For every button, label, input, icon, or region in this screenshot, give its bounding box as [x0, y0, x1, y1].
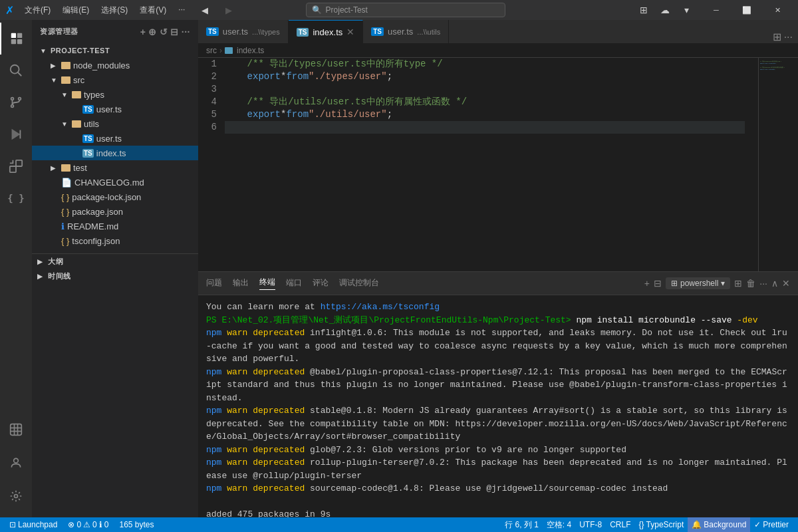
- term-tab-terminal[interactable]: 终端: [259, 277, 275, 290]
- term-line-2: PS E:\Net_02.项目管理\Net_测试项目\ProjectFrontE…: [206, 314, 790, 327]
- split-editor-icon[interactable]: ⊞: [773, 31, 781, 43]
- sidebar-item-node-modules[interactable]: ▶ node_modules: [32, 58, 198, 72]
- sidebar-item-changelog[interactable]: ▶ 📄 CHANGELOG.md: [32, 175, 198, 190]
- outline-section[interactable]: ▶ 大纲: [32, 254, 198, 269]
- more-options-icon[interactable]: ···: [182, 27, 190, 37]
- activity-search[interactable]: [0, 55, 32, 86]
- code-export-1: export: [247, 70, 281, 83]
- language-icon: {}: [639, 520, 644, 529]
- term-tab-problems[interactable]: 问题: [206, 277, 222, 290]
- close-button[interactable]: ✕: [762, 0, 793, 20]
- breadcrumb-src[interactable]: src: [206, 46, 217, 55]
- terminal-shell-selector[interactable]: ⊞ powershell ▾: [666, 277, 730, 289]
- term-tab-ports[interactable]: 端口: [286, 277, 302, 290]
- menu-file[interactable]: 文件(F): [19, 3, 56, 17]
- title-bar: ✗ 文件(F) 编辑(E) 选择(S) 查看(V) ··· ◀ ▶ 🔍 Proj…: [0, 0, 798, 20]
- menu-more[interactable]: ···: [173, 3, 190, 17]
- timeline-section[interactable]: ▶ 时间线: [32, 269, 198, 283]
- terminal-chevron-icon[interactable]: ∧: [771, 278, 778, 289]
- menu-edit[interactable]: 编辑(E): [57, 3, 94, 17]
- powershell-icon: ⊞: [671, 279, 678, 288]
- status-remote[interactable]: ⊡ Launchpad: [5, 517, 61, 532]
- terminal-more-icon[interactable]: ···: [759, 278, 767, 289]
- status-language[interactable]: {} TypeScript: [635, 517, 688, 532]
- term-url-1: https://aka.ms/tsconfig: [321, 302, 440, 312]
- search-bar[interactable]: 🔍 Project-Test: [306, 3, 505, 17]
- editor-area: TS user.ts ...\\types TS index.ts ✕ TS u…: [198, 20, 798, 517]
- window-controls: ─ ⬜ ✕: [701, 0, 793, 20]
- term-prompt-1: PS E:\Net_02.项目管理\Net_测试项目\ProjectFrontE…: [206, 315, 571, 325]
- tab-user-ts-types[interactable]: TS user.ts ...\\types: [198, 20, 289, 43]
- sidebar-item-readme[interactable]: ▶ ℹ README.md: [32, 219, 198, 233]
- test-arrow: ▶: [51, 164, 59, 172]
- breadcrumb-file[interactable]: index.ts: [237, 46, 264, 55]
- terminal-layout-icon[interactable]: ⊞: [734, 278, 742, 289]
- menu-select[interactable]: 选择(S): [96, 3, 133, 17]
- activity-explorer[interactable]: [0, 23, 32, 55]
- activity-extensions[interactable]: [0, 150, 32, 182]
- menu-view[interactable]: 查看(V): [134, 3, 172, 17]
- more-tabs-icon[interactable]: ···: [784, 31, 793, 43]
- terminal-trash-icon[interactable]: 🗑: [746, 278, 755, 289]
- activity-source-control[interactable]: [0, 86, 32, 118]
- term-tab-comments[interactable]: 评论: [313, 277, 329, 290]
- terminal-close-icon[interactable]: ✕: [782, 278, 790, 289]
- tab-index-ts-close[interactable]: ✕: [346, 27, 354, 37]
- activity-account[interactable]: [0, 447, 32, 479]
- svg-marker-10: [12, 129, 21, 140]
- layout-icon[interactable]: ⊞: [634, 3, 653, 17]
- sidebar-item-index-ts[interactable]: ▶ TS index.ts: [32, 146, 198, 160]
- term-deprecated-3: deprecated: [253, 406, 305, 416]
- new-terminal-icon[interactable]: +: [644, 278, 650, 289]
- error-count: 0: [76, 520, 81, 529]
- status-prettier[interactable]: ✓ Prettier: [750, 517, 793, 532]
- changelog-label: CHANGELOG.md: [74, 178, 144, 188]
- status-line-ending[interactable]: CRLF: [606, 517, 634, 532]
- types-user-ts-label: user.ts: [96, 104, 122, 114]
- term-tab-output[interactable]: 输出: [233, 277, 249, 290]
- search-icon: 🔍: [312, 5, 322, 15]
- status-encoding[interactable]: UTF-8: [575, 517, 606, 532]
- activity-run[interactable]: [0, 118, 32, 150]
- terminal-content[interactable]: You can learn more at https://aka.ms/tsc…: [198, 295, 798, 517]
- nav-forward[interactable]: ▶: [219, 4, 238, 16]
- minimize-button[interactable]: ─: [701, 0, 732, 20]
- activity-settings[interactable]: [0, 480, 32, 512]
- sidebar-item-types-user-ts[interactable]: ▶ TS user.ts: [32, 102, 198, 116]
- terminal-split-icon[interactable]: ⊟: [654, 278, 662, 289]
- status-background[interactable]: 🔔 Background: [688, 517, 750, 532]
- term-warn-6: warn: [227, 483, 247, 493]
- sidebar-item-utils-user-ts[interactable]: ▶ TS user.ts: [32, 131, 198, 146]
- sidebar-item-src[interactable]: ▼ src: [32, 72, 198, 87]
- sidebar-item-test[interactable]: ▶ test: [32, 160, 198, 175]
- status-indent[interactable]: 空格: 4: [543, 517, 575, 532]
- project-root[interactable]: ▼ PROJECT-TEST: [32, 43, 198, 58]
- new-folder-icon[interactable]: ⊕: [148, 27, 157, 37]
- utils-folder-icon: [72, 120, 81, 128]
- sidebar-item-types[interactable]: ▼ types: [32, 87, 198, 102]
- maximize-button[interactable]: ⬜: [732, 0, 762, 20]
- collapse-icon[interactable]: ⊟: [170, 27, 179, 37]
- sidebar-item-package-json[interactable]: ▶ { } package.json: [32, 204, 198, 219]
- account-icon[interactable]: ☁: [656, 3, 674, 17]
- code-editor[interactable]: 1 2 3 4 5 6 /** 导出/types/user.ts中的所有type…: [198, 58, 758, 271]
- nav-back[interactable]: ◀: [196, 4, 214, 16]
- term-line-10: added 475 packages in 9s: [206, 508, 790, 517]
- sidebar-item-package-lock[interactable]: ▶ { } package-lock.json: [32, 190, 198, 204]
- activity-json[interactable]: { }: [0, 182, 32, 214]
- refresh-icon[interactable]: ↺: [160, 27, 168, 37]
- status-cursor-pos[interactable]: 行 6, 列 1: [501, 517, 543, 532]
- term-tab-debug[interactable]: 调试控制台: [339, 277, 379, 290]
- new-file-icon[interactable]: +: [140, 27, 146, 37]
- tab-user-ts-utils[interactable]: TS user.ts ...\\utils: [363, 20, 449, 43]
- more-icon[interactable]: ▾: [677, 3, 696, 17]
- sidebar-item-tsconfig[interactable]: ▶ { } tsconfig.json: [32, 233, 198, 248]
- breadcrumb: src › index.ts: [198, 43, 798, 58]
- status-file-size[interactable]: 165 bytes: [115, 517, 158, 532]
- svg-point-4: [11, 65, 19, 74]
- activity-remote[interactable]: [0, 414, 32, 446]
- term-line-5: npm warn deprecated stable@0.1.8: Modern…: [206, 404, 790, 444]
- sidebar-item-utils[interactable]: ▼ utils: [32, 116, 198, 131]
- status-errors[interactable]: ⊗ 0 ⚠ 0 ℹ 0: [64, 517, 112, 532]
- tab-index-ts[interactable]: TS index.ts ✕: [289, 20, 364, 43]
